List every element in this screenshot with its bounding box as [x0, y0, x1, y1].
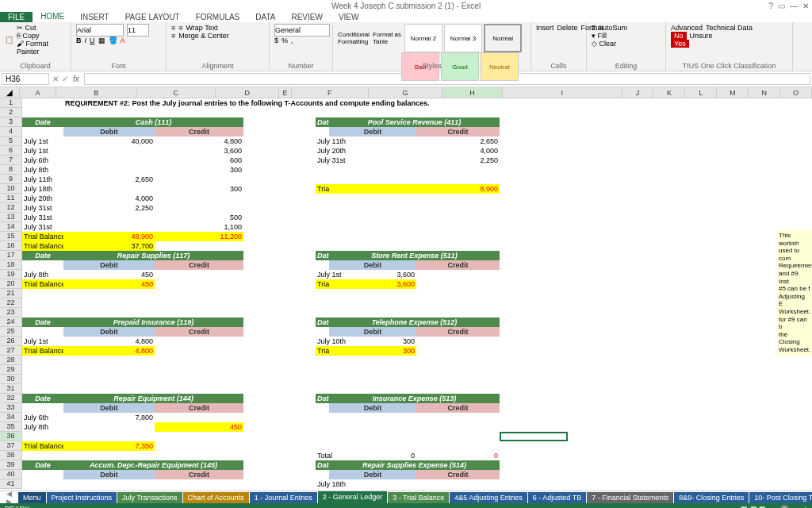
- cell-B37[interactable]: 7,350: [63, 441, 155, 451]
- cell-G18[interactable]: Credit: [416, 260, 500, 270]
- row-header-9[interactable]: 9: [0, 175, 22, 184]
- cell-E27[interactable]: Trial Balance: [316, 346, 329, 356]
- cell-A39[interactable]: Date: [22, 460, 63, 470]
- tab-file[interactable]: FILE: [0, 12, 33, 22]
- cell-F38[interactable]: 0: [329, 451, 416, 460]
- tab-data[interactable]: DATA: [247, 12, 283, 22]
- cell-A13[interactable]: July 31st: [22, 213, 63, 222]
- row-header-20[interactable]: 20: [0, 279, 22, 289]
- cell-B24[interactable]: Prepaid Insurance (119): [63, 318, 243, 327]
- row-header-18[interactable]: 18: [0, 260, 22, 270]
- sheet-adj-e[interactable]: 4&5 Adjusting Entries: [450, 492, 527, 503]
- merge-button[interactable]: Merge & Center: [178, 32, 229, 40]
- cell-A5[interactable]: July 1st: [22, 137, 63, 146]
- delete-cells-button[interactable]: Delete: [557, 24, 578, 32]
- style-normal2[interactable]: Normal 2: [404, 24, 442, 52]
- cell-G4[interactable]: Credit: [416, 127, 500, 137]
- row-header-40[interactable]: 40: [0, 470, 22, 479]
- row-header-24[interactable]: 24: [0, 318, 22, 327]
- tab-formulas[interactable]: FORMULAS: [188, 12, 248, 22]
- cell-C13[interactable]: 500: [155, 213, 243, 222]
- row-header-12[interactable]: 12: [0, 203, 22, 213]
- row-header-6[interactable]: 6: [0, 146, 22, 156]
- col-header-F[interactable]: F: [292, 87, 369, 98]
- cell-B3[interactable]: Cash (111): [63, 117, 243, 127]
- percent-button[interactable]: %: [282, 37, 288, 44]
- ribbon-min-icon[interactable]: ▭: [778, 2, 785, 10]
- row-header-10[interactable]: 10: [0, 184, 22, 194]
- row-header-34[interactable]: 34: [0, 413, 22, 422]
- cell-B20[interactable]: 450: [63, 279, 155, 289]
- row-header-5[interactable]: 5: [0, 137, 22, 146]
- cell-A3[interactable]: Date: [22, 117, 63, 127]
- cell-A11[interactable]: July 20th: [22, 194, 63, 203]
- col-header-K[interactable]: K: [653, 87, 685, 98]
- cell-E20[interactable]: Trial Balance: [316, 279, 329, 289]
- cell-C35[interactable]: 450: [155, 422, 243, 432]
- format-table-button[interactable]: Format as Table: [373, 31, 401, 45]
- col-header-G[interactable]: G: [369, 87, 442, 98]
- autosum-button[interactable]: AutoSum: [598, 24, 627, 32]
- window-close-icon[interactable]: ✕: [802, 2, 809, 10]
- cell-F24[interactable]: Telephone Expense (512): [329, 318, 500, 327]
- cell-E10[interactable]: Trial balance: [316, 184, 329, 194]
- cancel-icon[interactable]: ✕: [51, 75, 60, 83]
- cell-F17[interactable]: Store Rent Expense (511): [329, 251, 500, 260]
- cell-A35[interactable]: July 8th: [22, 422, 63, 432]
- col-header-D[interactable]: D: [216, 87, 280, 98]
- cell-E6[interactable]: July 20th: [316, 146, 329, 156]
- row-header-21[interactable]: 21: [0, 289, 22, 298]
- cell-G40[interactable]: Credit: [416, 470, 500, 479]
- cell-B19[interactable]: 450: [63, 270, 155, 279]
- cell-A17[interactable]: Date: [22, 251, 63, 260]
- row-header-22[interactable]: 22: [0, 298, 22, 308]
- style-normal[interactable]: Normal: [484, 24, 522, 52]
- no-button[interactable]: No: [671, 32, 687, 40]
- cell-B16[interactable]: 37,700: [63, 241, 155, 251]
- row-header-1[interactable]: 1: [0, 98, 22, 108]
- row-header-8[interactable]: 8: [0, 165, 22, 175]
- format-painter-button[interactable]: Format Painter: [17, 40, 48, 56]
- cell-C6[interactable]: 3,600: [155, 146, 243, 156]
- cell-E17[interactable]: Date: [316, 251, 329, 260]
- unsure-button[interactable]: Unsure: [690, 32, 713, 40]
- sheet-nav[interactable]: ◀ ▶: [0, 491, 18, 503]
- col-header-L[interactable]: L: [685, 87, 717, 98]
- cell-G7[interactable]: 2,250: [416, 156, 500, 165]
- row-header-4[interactable]: 4: [0, 127, 22, 137]
- cell-G38[interactable]: 0: [416, 451, 500, 460]
- row-header-27[interactable]: 27: [0, 346, 22, 356]
- row-header-33[interactable]: 33: [0, 403, 22, 413]
- cell-A26[interactable]: July 1st: [22, 337, 63, 346]
- sheet-july[interactable]: July Transactions: [117, 492, 182, 503]
- cell-A7[interactable]: July 6th: [22, 156, 63, 165]
- row-header-29[interactable]: 29: [0, 365, 22, 375]
- cell-G6[interactable]: 4,000: [416, 146, 500, 156]
- cell-A16[interactable]: Trial Balance: [22, 241, 63, 251]
- underline-button[interactable]: U: [90, 37, 95, 44]
- cell-G10[interactable]: 8,900: [416, 184, 500, 194]
- sheet-adj-tb[interactable]: 6 - Adjusted TB: [528, 492, 586, 503]
- sheet-post[interactable]: 10- Post Closing Trial Balance: [749, 492, 812, 503]
- cell-C33[interactable]: Credit: [155, 403, 243, 413]
- cell-B5[interactable]: 40,000: [63, 137, 155, 146]
- cell-A20[interactable]: Trial Balance: [22, 279, 63, 289]
- row-header-3[interactable]: 3: [0, 117, 22, 127]
- row-header-17[interactable]: 17: [0, 251, 22, 260]
- cell-F25[interactable]: Debit: [329, 327, 416, 337]
- number-format-select[interactable]: [274, 24, 330, 37]
- cell-E41[interactable]: July 18th: [316, 479, 329, 489]
- cell-C5[interactable]: 4,800: [155, 137, 243, 146]
- cell-C7[interactable]: 600: [155, 156, 243, 165]
- cell-A8[interactable]: July 8th: [22, 165, 63, 175]
- col-header-H[interactable]: H: [442, 87, 503, 98]
- cell-E26[interactable]: July 10th: [316, 337, 329, 346]
- cell-B40[interactable]: Debit: [63, 470, 155, 479]
- cell-B34[interactable]: 7,800: [63, 413, 155, 422]
- font-family-select[interactable]: [76, 24, 124, 37]
- cell-F20[interactable]: 3,600: [329, 279, 416, 289]
- cell-F10[interactable]: [329, 184, 416, 194]
- cell-E3[interactable]: Date: [316, 117, 329, 127]
- cell-C25[interactable]: Credit: [155, 327, 243, 337]
- cell-G25[interactable]: Credit: [416, 327, 500, 337]
